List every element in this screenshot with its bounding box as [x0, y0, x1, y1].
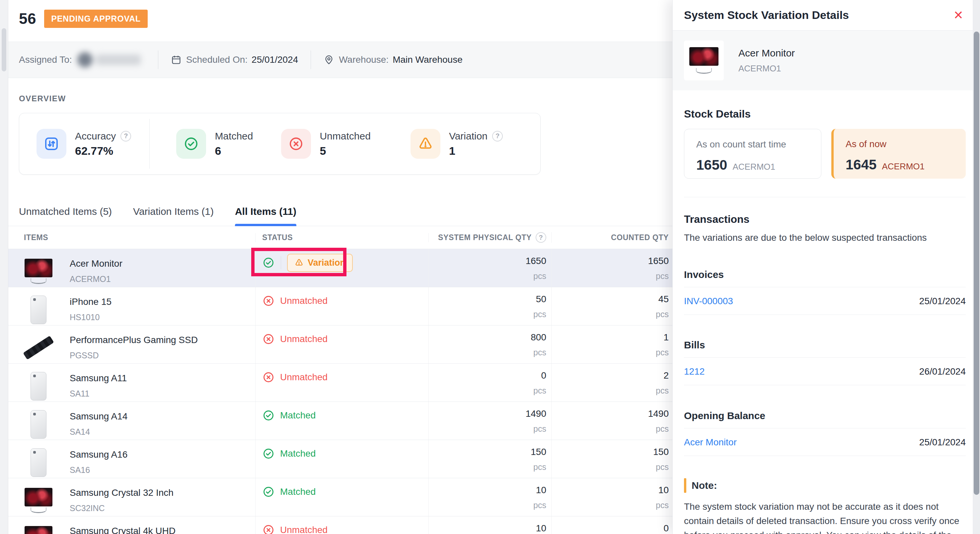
invoice-row: INV-000003 25/01/2024: [684, 295, 966, 308]
opening-balance-heading: Opening Balance: [684, 410, 966, 421]
system-qty-value: 150: [429, 447, 546, 457]
tab-all-items[interactable]: All Items (11): [235, 206, 296, 226]
items-table: ITEMS STATUS SYSTEM PHYSICAL QTY? COUNTE…: [8, 226, 695, 534]
item-name: Acer Monitor: [738, 48, 795, 59]
metric-matched: Matched 6: [176, 129, 253, 159]
status-text: Matched: [280, 410, 316, 421]
qty-unit: pcs: [552, 462, 669, 472]
qty-unit: pcs: [429, 348, 546, 357]
transactions-subtext: The variations are due to the below susp…: [684, 233, 959, 243]
tab-bar: Unmatched Items (5) Variation Items (1) …: [8, 198, 674, 226]
opening-balance-section: Opening Balance Acer Monitor 25/01/2024: [684, 410, 966, 456]
item-name: Acer Monitor: [70, 258, 123, 269]
divider: [684, 456, 966, 456]
bill-date: 26/01/2024: [919, 366, 966, 377]
meta-bar: Assigned To: Scheduled On: 25/01/2024 Wa…: [8, 41, 674, 78]
item-sku: SA16: [70, 465, 127, 475]
note-label: Note:: [692, 480, 717, 491]
counted-qty-value: 45: [552, 294, 669, 304]
item-sku: ACERMO1: [70, 274, 123, 284]
col-status: STATUS: [256, 233, 429, 242]
status-text: Unmatched: [280, 525, 328, 534]
item-thumbnail: [24, 371, 53, 400]
x-circle-icon: [262, 333, 275, 345]
table-row[interactable]: iPhone 15 HS1010: [8, 287, 695, 325]
table-row[interactable]: Samsung Crystal 32 Inch SC32INC: [8, 478, 695, 516]
item-name: Samsung A11: [70, 373, 127, 384]
system-qty-value: 10: [429, 485, 546, 496]
bills-heading: Bills: [684, 340, 966, 351]
help-icon[interactable]: ?: [536, 232, 546, 243]
unmatched-label: Unmatched: [320, 131, 371, 142]
table-row[interactable]: Samsung A14 SA14: [8, 402, 695, 440]
item-sku: SA14: [70, 427, 127, 437]
drawer-item-summary: Acer Monitor ACERMO1: [673, 30, 980, 90]
status-text: Unmatched: [280, 334, 328, 344]
drawer-scrollbar-thumb[interactable]: [974, 32, 979, 495]
stock-card-sku: ACERMO1: [882, 161, 924, 172]
metric-unmatched: Unmatched 5: [281, 129, 371, 159]
counted-qty-value: 10: [552, 485, 669, 496]
check-circle-icon: [262, 409, 275, 422]
invoices-heading: Invoices: [684, 269, 966, 280]
x-circle-icon: [262, 524, 275, 534]
stock-card-value: 1645: [846, 157, 877, 173]
help-icon[interactable]: ?: [492, 131, 503, 142]
qty-unit: pcs: [552, 386, 669, 395]
divider: [684, 314, 966, 315]
counted-qty-value: 1650: [552, 256, 669, 266]
tab-variation-items[interactable]: Variation Items (1): [133, 206, 214, 226]
divider: [684, 197, 966, 197]
system-qty-value: 0: [429, 370, 546, 381]
app-root: 56 PENDING APPROVAL Assigned To: Schedul…: [0, 0, 980, 534]
tab-unmatched-items[interactable]: Unmatched Items (5): [19, 206, 112, 226]
divider: [684, 428, 966, 429]
invoice-link[interactable]: INV-000003: [684, 296, 733, 306]
left-scrollbar-track[interactable]: [0, 0, 8, 534]
x-circle-icon: [281, 129, 311, 159]
warning-triangle-icon: [294, 258, 304, 267]
close-icon[interactable]: ✕: [953, 9, 963, 21]
system-qty-value: 800: [429, 332, 546, 343]
item-thumbnail: [24, 295, 53, 324]
stock-details-heading: Stock Details: [684, 108, 751, 120]
count-number: 56: [19, 10, 36, 27]
item-thumbnail: [24, 524, 53, 534]
pending-approval-badge: PENDING APPROVAL: [44, 10, 148, 28]
divider: [281, 256, 281, 269]
scheduled-on-value: 25/01/2024: [251, 54, 298, 65]
counted-qty-value: 150: [552, 447, 669, 457]
stock-cards: As on count start time 1650 ACERMO1 As o…: [684, 129, 966, 179]
location-pin-icon: [324, 54, 334, 65]
swap-arrows-icon: [37, 129, 66, 159]
qty-unit: pcs: [552, 424, 669, 434]
calendar-icon: [171, 54, 181, 65]
item-thumbnail: [24, 486, 53, 515]
metric-accuracy: Accuracy? 62.77%: [37, 129, 131, 159]
status-text: Matched: [280, 448, 316, 459]
stock-card-sku: ACERMO1: [732, 162, 775, 172]
invoices-section: Invoices INV-000003 25/01/2024: [684, 269, 966, 315]
check-circle-icon: [262, 447, 275, 460]
item-sku: SA11: [70, 389, 127, 399]
table-row[interactable]: Acer Monitor ACERMO1 Variat: [8, 249, 695, 287]
bill-link[interactable]: 1212: [684, 366, 705, 377]
divider: [684, 287, 966, 287]
help-icon[interactable]: ?: [121, 131, 131, 142]
warehouse-value: Main Warehouse: [393, 54, 463, 65]
assigned-to-label: Assigned To:: [19, 54, 72, 65]
opening-balance-link[interactable]: Acer Monitor: [684, 437, 737, 448]
item-sku: HS1010: [70, 312, 111, 322]
stock-card-value: 1650: [696, 157, 727, 173]
item-thumbnail: [24, 448, 53, 477]
system-qty-value: 1650: [429, 256, 546, 266]
opening-balance-date: 25/01/2024: [919, 437, 966, 448]
accuracy-value: 62.77%: [75, 145, 131, 158]
table-row[interactable]: Samsung A16 SA16: [8, 440, 695, 478]
table-row[interactable]: Samsung A11 SA11: [8, 363, 695, 402]
table-row[interactable]: PerformancePlus Gaming SSD PGSSD: [8, 325, 695, 363]
left-scrollbar-thumb[interactable]: [2, 28, 6, 72]
table-row[interactable]: Samsung Crystal 4k UHD: [8, 516, 695, 534]
table-body: Acer Monitor ACERMO1 Variat: [8, 249, 695, 534]
drawer-scrollbar-track[interactable]: [973, 0, 980, 534]
